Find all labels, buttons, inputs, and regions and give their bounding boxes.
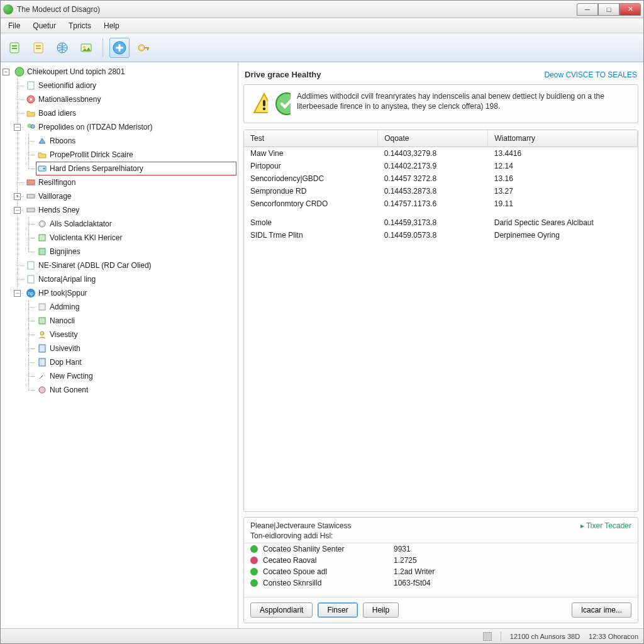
maximize-button[interactable]: □ bbox=[598, 3, 619, 16]
doc-yellow-icon bbox=[31, 41, 45, 55]
finser-button[interactable]: Finser bbox=[318, 602, 357, 618]
panel-link[interactable]: Deow CVlSCE TO SEALES bbox=[544, 70, 637, 79]
svg-rect-30 bbox=[39, 248, 45, 255]
tree-item[interactable]: Rboons bbox=[36, 134, 236, 148]
results-table[interactable]: Test Oqoate Wiattomarry Maw Vine0.14403,… bbox=[243, 130, 638, 512]
tree-item[interactable]: NE-Sinaret (ADBL (RD Car Olied) bbox=[25, 258, 236, 272]
panel-title: Drive grace Healthy bbox=[245, 70, 321, 79]
tree-item[interactable]: Vaillorage bbox=[25, 189, 236, 203]
tree-label: Bignjines bbox=[50, 245, 80, 258]
expander-icon[interactable]: + bbox=[14, 193, 21, 200]
page-icon bbox=[26, 274, 36, 284]
tree-label: Alls Soladclaktator bbox=[50, 217, 112, 231]
tree-item[interactable]: Boad idiers bbox=[25, 106, 236, 120]
warning-icon bbox=[252, 91, 268, 116]
tree-item[interactable]: Usivevith bbox=[36, 341, 236, 355]
chip-green-icon bbox=[37, 316, 47, 326]
tree-item[interactable]: Addming bbox=[36, 300, 236, 314]
globe-icon bbox=[55, 41, 69, 55]
user-icon bbox=[37, 330, 47, 340]
toolbar-btn-2[interactable] bbox=[28, 38, 48, 58]
col-wiattomarry[interactable]: Wiattomarry bbox=[488, 130, 638, 147]
table-row[interactable]: Sencorfonmtory CRDO0.14757.1173.619.11 bbox=[244, 197, 638, 210]
svg-rect-36 bbox=[39, 318, 45, 324]
tree-item[interactable]: hpHP took|Sppur bbox=[25, 286, 236, 300]
tree-item[interactable]: Prepolides on (ITDZAD Mderistor) bbox=[25, 120, 236, 134]
tree-pane[interactable]: − Chiekoupert Und topich 2801 Seetionifi… bbox=[1, 62, 238, 628]
table-row[interactable]: Maw Vine0.14403,3279.813.4416 bbox=[244, 147, 638, 160]
apply-button[interactable]: Aspplondiarit bbox=[250, 602, 313, 618]
toolbar-btn-3[interactable] bbox=[52, 38, 72, 58]
tree-label: Dop Hant bbox=[50, 355, 82, 369]
menu-quetur[interactable]: Quetur bbox=[26, 19, 62, 32]
table-row[interactable]: Smole0.14459,3173.8Darid Spectic Seares … bbox=[244, 216, 638, 229]
expander-icon[interactable]: − bbox=[14, 207, 21, 214]
tree-label: PropeProllit Dirick Scaire bbox=[50, 148, 133, 162]
lcacar-button[interactable]: lcacar ime... bbox=[572, 602, 631, 618]
plus-icon bbox=[112, 40, 127, 55]
tree-item-selected[interactable]: Hard Driens Serparelhiatory bbox=[36, 162, 236, 175]
tree-item[interactable]: Nctora|Aripal ling bbox=[25, 272, 236, 286]
svg-point-16 bbox=[15, 67, 24, 76]
window-title: The Modeuct of Disagro) bbox=[17, 5, 577, 14]
tree-item[interactable]: Alls Soladclaktator bbox=[36, 217, 236, 231]
tree-item[interactable]: Resilfingon bbox=[25, 175, 236, 189]
services-panel: Pleane|Jectveraure Stawicess Tixer Tecad… bbox=[243, 517, 638, 623]
table-row[interactable]: Sencoriodency|GBDC0.14457 3272.813.16 bbox=[244, 172, 638, 185]
tree-item[interactable]: Visestity bbox=[36, 328, 236, 341]
key-icon bbox=[136, 41, 150, 55]
table-row[interactable]: Pirtopour0.14402.2173.912.14 bbox=[244, 160, 638, 172]
expander-icon[interactable]: − bbox=[14, 290, 21, 297]
tree-label: Nut Gonent bbox=[50, 383, 88, 397]
expander-icon[interactable]: − bbox=[3, 69, 9, 75]
tree-item[interactable]: PropeProllit Dirick Scaire bbox=[36, 148, 236, 162]
service-row[interactable]: Consteo Sknrsilld1063-fSt04 bbox=[244, 577, 638, 589]
service-row[interactable]: Cocateo Spoue adl1.2ad Writer bbox=[244, 566, 638, 577]
svg-point-37 bbox=[40, 331, 44, 335]
tree-label: Vaillorage bbox=[38, 189, 71, 203]
menu-help[interactable]: Help bbox=[97, 19, 126, 32]
tree-item[interactable]: Bignjines bbox=[36, 245, 236, 258]
toolbar-btn-key[interactable] bbox=[133, 38, 153, 58]
svg-rect-2 bbox=[12, 48, 17, 49]
table-row[interactable]: SIDL Trme Plitn0.14459.0573.8Derpinemee … bbox=[244, 229, 638, 242]
toolbar-btn-1[interactable] bbox=[4, 38, 25, 58]
table-row[interactable]: Semprondue RD0.14453.2873.813.27 bbox=[244, 185, 638, 197]
svg-rect-15 bbox=[147, 47, 148, 50]
status-dot-icon bbox=[250, 579, 258, 587]
drive-gray-icon bbox=[26, 191, 36, 201]
page-icon bbox=[26, 80, 36, 91]
col-oqoate[interactable]: Oqoate bbox=[378, 130, 488, 147]
minimize-button[interactable]: ─ bbox=[577, 3, 598, 16]
menu-file[interactable]: File bbox=[2, 19, 26, 32]
titlebar: The Modeuct of Disagro) ─ □ ✕ bbox=[1, 1, 643, 18]
service-row[interactable]: Cecateo Raoval1.2725 bbox=[244, 555, 638, 566]
help-button[interactable]: Heilp bbox=[363, 602, 399, 618]
gear-red-icon bbox=[26, 94, 36, 104]
tool-icon bbox=[37, 302, 47, 312]
tree-item[interactable]: Seetionifid adiory bbox=[25, 79, 236, 92]
tree-item[interactable]: Voliclenta KKl Hericer bbox=[36, 231, 236, 245]
tree-item[interactable]: Dop Hant bbox=[36, 355, 236, 369]
col-test[interactable]: Test bbox=[244, 130, 378, 147]
tree-item[interactable]: Mationaliessbneny bbox=[25, 92, 236, 106]
services-list[interactable]: Cocateo Shaniity Senter9931Cecateo Raova… bbox=[244, 543, 638, 597]
tree-item[interactable]: Nut Gonent bbox=[36, 383, 236, 397]
service-row[interactable]: Cocateo Shaniity Senter9931 bbox=[244, 543, 638, 555]
status-right: 12:33 Ohoracon bbox=[589, 633, 638, 640]
close-button[interactable]: ✕ bbox=[619, 3, 641, 16]
tree-item[interactable]: Hends Sney bbox=[25, 203, 236, 217]
tree-label: Usivevith bbox=[50, 341, 80, 355]
services-link[interactable]: Tixer Tecader bbox=[580, 521, 631, 530]
svg-point-19 bbox=[30, 98, 32, 101]
toolbar-btn-4[interactable] bbox=[76, 38, 96, 58]
tree-item[interactable]: New Fwcting bbox=[36, 369, 236, 383]
tree-root[interactable]: Chiekoupert Und topich 2801 bbox=[13, 65, 236, 79]
services-title: Pleane|Jectveraure Stawicess bbox=[250, 521, 352, 530]
toolbar-btn-add[interactable] bbox=[109, 38, 130, 58]
status-dot-icon bbox=[250, 545, 258, 553]
menu-tpricts[interactable]: Tpricts bbox=[62, 19, 97, 32]
svg-rect-26 bbox=[27, 208, 35, 212]
expander-icon[interactable]: − bbox=[14, 124, 21, 131]
tree-item[interactable]: Nanocli bbox=[36, 314, 236, 328]
